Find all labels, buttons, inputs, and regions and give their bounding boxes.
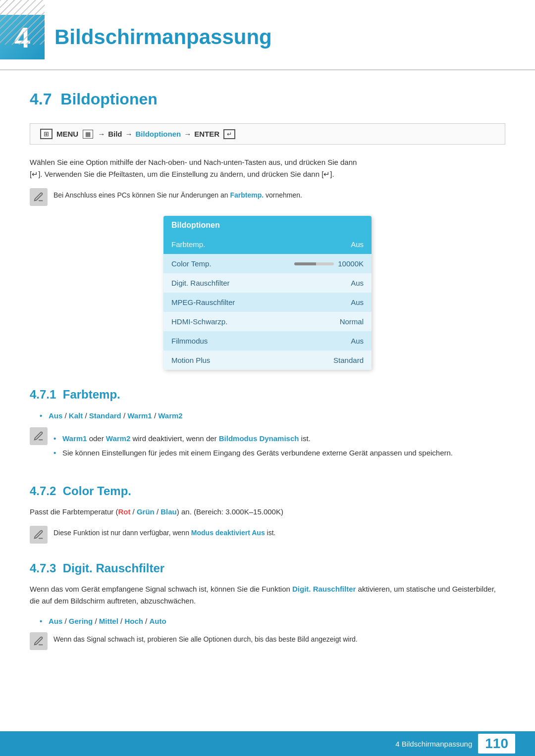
note-box-3: Diese Funktion ist nur dann verfügbar, w… [30, 526, 505, 544]
note-text-1: Bei Anschluss eines PCs können Sie nur Ä… [54, 188, 302, 201]
pencil-icon-2 [33, 431, 44, 442]
color-temp-bar: 10000K [294, 259, 364, 268]
enter-label: ENTER [194, 130, 219, 138]
subsection-heading-473: 4.7.3 Digit. Rauschfilter [30, 561, 505, 575]
subsection-heading-472: 4.7.2 Color Temp. [30, 484, 505, 498]
header-decoration [0, 0, 45, 45]
svg-rect-1 [0, 0, 45, 45]
chapter-header: 4 Bildschirmanpassung [0, 0, 535, 70]
footer-text: 4 Bildschirmanpassung [395, 740, 472, 748]
note-text-3: Diese Funktion ist nur dann verfügbar, w… [54, 526, 275, 538]
menu-item-mpeg-rausch: MPEG-Rauschfilter Aus [163, 293, 372, 312]
farbtemp-options-item: Aus / Kalt / Standard / Warm1 / Warm2 [40, 409, 505, 422]
menu-arrow2: → [125, 130, 133, 138]
note-icon-2 [30, 427, 48, 445]
menu-item2: Bildoptionen [136, 130, 181, 138]
digit-rausch-options-item: Aus / Gering / Mittel / Hoch / Auto [40, 615, 505, 628]
note-text-4: Wenn das Signal schwach ist, probieren S… [54, 632, 358, 645]
subsection-heading-471: 4.7.1 Farbtemp. [30, 388, 505, 402]
menu-screenshot: Bildoptionen Farbtemp. Aus Color Temp. 1… [163, 216, 372, 370]
note-icon-4 [30, 632, 48, 650]
pencil-icon-3 [33, 529, 44, 540]
color-temp-description: Passt die Farbtemperatur (Rot / Grün / B… [30, 506, 505, 518]
menu-arrow1: → [98, 130, 105, 138]
menu-label: MENU [56, 130, 78, 138]
note-box-4: Wenn das Signal schwach ist, probieren S… [30, 632, 505, 650]
menu-item-hdmi: HDMI-Schwarzp. Normal [163, 312, 372, 331]
pencil-icon [33, 192, 44, 202]
farbtemp-bullet-list: Aus / Kalt / Standard / Warm1 / Warm2 [40, 409, 505, 422]
footer: 4 Bildschirmanpassung 110 [0, 731, 535, 756]
note-box-1: Bei Anschluss eines PCs können Sie nur Ä… [30, 188, 505, 206]
enter-icon: ↵ [223, 129, 235, 139]
note-icon-3 [30, 526, 48, 544]
farbtemp-note-list: Warm1 oder Warm2 wird deaktiviert, wenn … [54, 432, 453, 461]
menu-item1: Bild [108, 130, 122, 138]
menu-arrow3: → [184, 130, 191, 138]
menu-title-bar: Bildoptionen [163, 216, 372, 235]
temp-bar [294, 262, 334, 265]
menu-icon: ⊞ [40, 129, 53, 139]
menu-item-digit-rausch: Digit. Rauschfilter Aus [163, 273, 372, 293]
section-heading: 4.7 Bildoptionen [30, 90, 505, 108]
note-icon-1 [30, 188, 48, 206]
note-box-2: Warm1 oder Warm2 wird deaktiviert, wenn … [30, 427, 505, 466]
digit-rausch-description: Wenn das vom Gerät empfangene Signal sch… [30, 583, 505, 607]
footer-page-number: 110 [478, 734, 515, 754]
menu-item-motion-plus: Motion Plus Standard [163, 351, 372, 370]
chapter-title: Bildschirmanpassung [54, 25, 272, 49]
main-content: 4.7 Bildoptionen ⊞ MENU ▦ → Bild → Bildo… [0, 90, 535, 650]
digit-rausch-options-list: Aus / Gering / Mittel / Hoch / Auto [40, 615, 505, 628]
farbtemp-note-item-1: Warm1 oder Warm2 wird deaktiviert, wenn … [54, 432, 453, 445]
pencil-icon-4 [33, 636, 44, 647]
menu-item-color-temp: Color Temp. 10000K [163, 254, 372, 273]
description-text: Wählen Sie eine Option mithilfe der Nach… [30, 156, 505, 180]
farbtemp-note-item-2: Sie können Einstellungen für jedes mit e… [54, 447, 453, 459]
menu-item-farbtemp: Farbtemp. Aus [163, 235, 372, 254]
menu-path: ⊞ MENU ▦ → Bild → Bildoptionen → ENTER ↵ [30, 123, 505, 145]
menu-item-filmmodus: Filmmodus Aus [163, 331, 372, 351]
